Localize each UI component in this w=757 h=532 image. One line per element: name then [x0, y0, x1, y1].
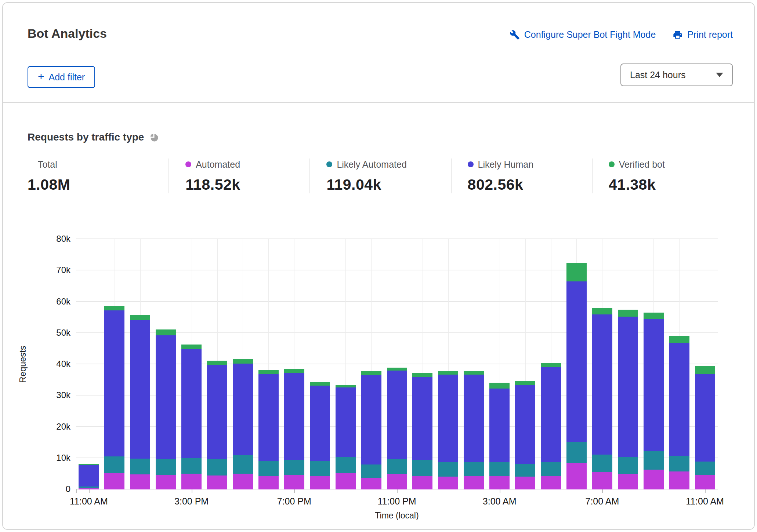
bar-segment-verified-bot[interactable] — [438, 371, 458, 375]
bar-segment-likely-human[interactable] — [104, 310, 124, 456]
bar-segment-automated[interactable] — [464, 476, 484, 489]
bar-segment-likely-automated[interactable] — [207, 459, 227, 475]
bar-segment-likely-automated[interactable] — [181, 458, 202, 474]
bar-segment-automated[interactable] — [130, 474, 150, 489]
bar-segment-likely-automated[interactable] — [566, 442, 587, 463]
bar-segment-verified-bot[interactable] — [515, 381, 535, 385]
bar-segment-automated[interactable] — [310, 476, 330, 490]
bar-segment-likely-human[interactable] — [566, 281, 587, 442]
bar-segment-automated[interactable] — [489, 476, 510, 489]
bar-segment-likely-automated[interactable] — [669, 456, 689, 472]
bar-segment-likely-human[interactable] — [669, 343, 689, 456]
bar-segment-automated[interactable] — [387, 474, 407, 489]
bar-segment-likely-automated[interactable] — [592, 455, 612, 473]
bar-segment-likely-human[interactable] — [336, 387, 356, 457]
bar-segment-likely-automated[interactable] — [695, 462, 715, 475]
bar-segment-verified-bot[interactable] — [387, 368, 407, 371]
bar-segment-verified-bot[interactable] — [464, 371, 484, 375]
bar-segment-verified-bot[interactable] — [541, 363, 561, 367]
bar-segment-automated[interactable] — [541, 476, 561, 489]
stacked-bar[interactable] — [541, 363, 561, 489]
stacked-bar[interactable] — [361, 371, 381, 489]
bar-segment-likely-automated[interactable] — [618, 457, 638, 474]
bar-segment-likely-human[interactable] — [387, 371, 407, 459]
stacked-bar[interactable] — [130, 315, 150, 489]
stacked-bar[interactable] — [156, 329, 176, 489]
bar-segment-automated[interactable] — [695, 475, 715, 489]
bar-segment-verified-bot[interactable] — [361, 371, 381, 375]
stacked-bar[interactable] — [566, 263, 587, 489]
bar-segment-likely-automated[interactable] — [336, 457, 356, 473]
bar-segment-likely-automated[interactable] — [644, 451, 664, 470]
bar-segment-verified-bot[interactable] — [669, 336, 689, 343]
stacked-bar[interactable] — [438, 371, 458, 489]
add-filter-button[interactable]: + Add filter — [28, 66, 95, 88]
bar-segment-automated[interactable] — [644, 470, 664, 489]
bar-segment-verified-bot[interactable] — [104, 306, 124, 310]
bar-segment-likely-human[interactable] — [233, 364, 253, 455]
bar-segment-automated[interactable] — [515, 477, 535, 489]
stacked-bar[interactable] — [515, 381, 535, 489]
bar-segment-verified-bot[interactable] — [310, 382, 330, 386]
bar-segment-verified-bot[interactable] — [181, 345, 202, 349]
bar-segment-verified-bot[interactable] — [618, 310, 638, 317]
bar-segment-likely-human[interactable] — [438, 375, 458, 462]
bar-segment-automated[interactable] — [207, 475, 227, 489]
bar-segment-automated[interactable] — [412, 476, 432, 489]
bar-segment-likely-human[interactable] — [284, 373, 304, 460]
bar-segment-likely-human[interactable] — [515, 385, 535, 464]
bar-segment-likely-automated[interactable] — [464, 462, 484, 476]
bar-segment-likely-automated[interactable] — [412, 460, 432, 476]
bar-segment-likely-human[interactable] — [412, 377, 432, 460]
stacked-bar[interactable] — [669, 336, 689, 489]
bar-segment-likely-human[interactable] — [489, 389, 510, 462]
stacked-bar[interactable] — [104, 306, 124, 489]
bar-segment-automated[interactable] — [618, 474, 638, 489]
stacked-bar[interactable] — [464, 371, 484, 489]
bar-segment-automated[interactable] — [104, 473, 124, 489]
bar-segment-likely-automated[interactable] — [489, 462, 510, 476]
bar-segment-verified-bot[interactable] — [207, 361, 227, 365]
bar-segment-likely-automated[interactable] — [130, 459, 150, 474]
bar-segment-likely-human[interactable] — [695, 374, 715, 462]
stacked-bar[interactable] — [233, 359, 253, 489]
bar-segment-automated[interactable] — [284, 475, 304, 489]
bar-segment-verified-bot[interactable] — [695, 366, 715, 374]
stacked-bar[interactable] — [489, 383, 510, 489]
stacked-bar[interactable] — [310, 382, 330, 489]
print-report-link[interactable]: Print report — [673, 29, 733, 40]
stacked-bar[interactable] — [258, 370, 279, 489]
bar-segment-likely-automated[interactable] — [284, 460, 304, 475]
bar-segment-likely-human[interactable] — [130, 320, 150, 459]
bar-segment-automated[interactable] — [592, 472, 612, 489]
bar-segment-verified-bot[interactable] — [592, 308, 612, 315]
bar-segment-automated[interactable] — [336, 473, 356, 489]
stacked-bar[interactable] — [181, 345, 202, 489]
bar-segment-likely-automated[interactable] — [258, 461, 279, 476]
bar-segment-verified-bot[interactable] — [156, 329, 176, 335]
bar-segment-automated[interactable] — [669, 471, 689, 489]
bar-segment-likely-human[interactable] — [361, 375, 381, 464]
bar-segment-automated[interactable] — [233, 474, 253, 489]
bar-segment-likely-human[interactable] — [310, 386, 330, 461]
bar-segment-likely-human[interactable] — [258, 374, 279, 461]
stacked-bar[interactable] — [618, 310, 638, 489]
bar-segment-automated[interactable] — [181, 474, 202, 489]
bar-segment-likely-automated[interactable] — [515, 464, 535, 477]
bar-segment-likely-automated[interactable] — [438, 462, 458, 477]
stacked-bar[interactable] — [284, 369, 304, 489]
bar-segment-likely-human[interactable] — [156, 335, 176, 459]
bar-segment-automated[interactable] — [258, 476, 279, 489]
bar-segment-verified-bot[interactable] — [489, 383, 510, 388]
bar-segment-verified-bot[interactable] — [644, 313, 664, 319]
bar-segment-likely-automated[interactable] — [310, 461, 330, 476]
bar-segment-verified-bot[interactable] — [284, 369, 304, 373]
bar-segment-likely-automated[interactable] — [233, 455, 253, 474]
bar-segment-verified-bot[interactable] — [258, 370, 279, 374]
bar-segment-likely-human[interactable] — [541, 367, 561, 462]
bar-segment-likely-human[interactable] — [644, 319, 664, 451]
stacked-bar[interactable] — [79, 464, 99, 489]
stacked-bar[interactable] — [412, 373, 432, 489]
stacked-bar[interactable] — [592, 308, 612, 489]
bar-segment-likely-human[interactable] — [592, 314, 612, 454]
